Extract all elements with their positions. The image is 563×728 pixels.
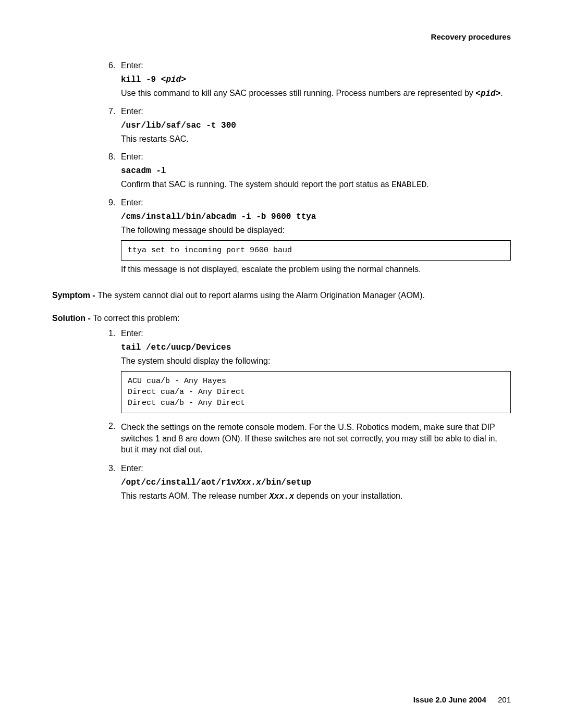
step-number: 8. — [108, 152, 121, 194]
step-b1: 1. Enter: tail /etc/uucp/Devices The sys… — [108, 329, 511, 417]
step-desc: This restarts SAC. — [121, 134, 511, 144]
step-desc: Confirm that SAC is running. The system … — [121, 180, 511, 190]
step-number: 3. — [108, 464, 121, 505]
step-b2: 2. Check the settings on the remote cons… — [108, 422, 511, 460]
step-text: Check the settings on the remote console… — [121, 422, 511, 455]
step-8: 8. Enter: sacadm -l Confirm that SAC is … — [108, 152, 511, 194]
symptom-paragraph: Symptom - The system cannot dial out to … — [52, 290, 511, 301]
step-intro: Enter: — [121, 329, 511, 338]
step-number: 6. — [108, 61, 121, 103]
output-box: ACU cua/b - Any Hayes Direct cua/a - Any… — [121, 371, 511, 413]
step-intro: Enter: — [121, 464, 511, 473]
step-number: 9. — [108, 198, 121, 278]
step-command: kill -9 <pid> — [121, 75, 511, 84]
step-desc: The system should display the following: — [121, 356, 511, 366]
step-7: 7. Enter: /usr/lib/saf/sac -t 300 This r… — [108, 107, 511, 148]
procedure-list-b: 1. Enter: tail /etc/uucp/Devices The sys… — [52, 329, 511, 505]
solution-paragraph: Solution - To correct this problem: — [52, 313, 511, 324]
step-intro: Enter: — [121, 107, 511, 116]
step-after: If this message is not displayed, escala… — [121, 265, 511, 274]
procedure-list-a: 6. Enter: kill -9 <pid> Use this command… — [52, 61, 511, 278]
step-9: 9. Enter: /cms/install/bin/abcadm -i -b … — [108, 198, 511, 278]
step-desc: The following message should be displaye… — [121, 226, 511, 235]
issue-label: Issue 2.0 June 2004 — [413, 695, 486, 704]
step-command: /opt/cc/install/aot/r1vXxx.x/bin/setup — [121, 477, 511, 487]
step-number: 1. — [108, 329, 121, 417]
step-intro: Enter: — [121, 198, 511, 207]
step-b3: 3. Enter: /opt/cc/install/aot/r1vXxx.x/b… — [108, 464, 511, 505]
step-number: 2. — [108, 422, 121, 460]
page-number: 201 — [498, 695, 511, 704]
step-command: sacadm -l — [121, 166, 511, 176]
output-box: ttya set to incoming port 9600 baud — [121, 240, 511, 261]
step-command: /usr/lib/saf/sac -t 300 — [121, 120, 511, 130]
step-command: tail /etc/uucp/Devices — [121, 342, 511, 352]
step-intro: Enter: — [121, 61, 511, 70]
document-page: Recovery procedures 6. Enter: kill -9 <p… — [0, 0, 563, 728]
step-desc: Use this command to kill any SAC process… — [121, 89, 511, 98]
step-desc: This restarts AOM. The release number Xx… — [121, 491, 511, 501]
step-command: /cms/install/bin/abcadm -i -b 9600 ttya — [121, 212, 511, 221]
step-number: 7. — [108, 107, 121, 148]
section-header: Recovery procedures — [52, 32, 511, 41]
step-6: 6. Enter: kill -9 <pid> Use this command… — [108, 61, 511, 103]
page-footer: Issue 2.0 June 2004 201 — [413, 695, 511, 704]
step-intro: Enter: — [121, 152, 511, 162]
